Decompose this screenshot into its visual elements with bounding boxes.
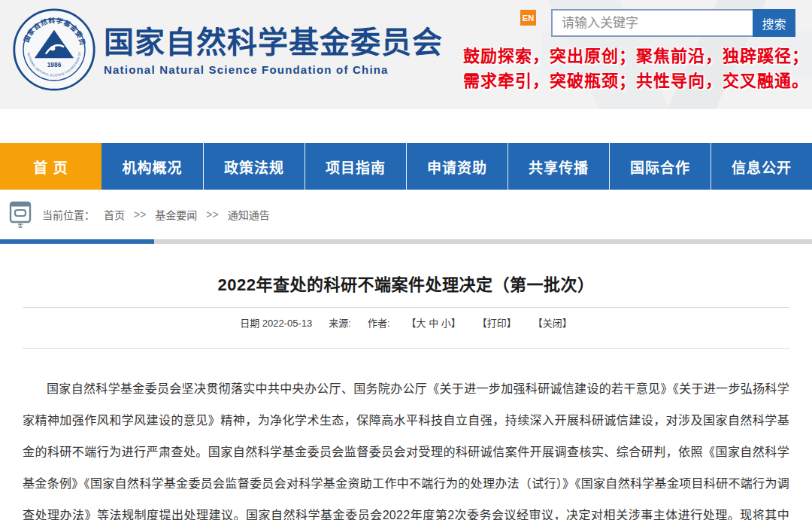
- site-title-cn: 国家自然科学基金委员会: [104, 24, 443, 60]
- site-logo[interactable]: 国家自然科学基金委员会 NATIONAL NATURAL SCIENCE FOU…: [12, 8, 443, 92]
- nsfc-seal-icon: 国家自然科学基金委员会 NATIONAL NATURAL SCIENCE FOU…: [12, 8, 96, 92]
- site-header: 国家自然科学基金委员会 NATIONAL NATURAL SCIENCE FOU…: [0, 0, 812, 109]
- nav-item-apply-funding[interactable]: 申请资助: [406, 143, 508, 190]
- breadcrumb-item-notices[interactable]: 通知通告: [228, 207, 270, 222]
- nav-item-info-disclosure[interactable]: 信息公开: [710, 143, 812, 190]
- article-title: 2022年查处的科研不端案件处理决定（第一批次）: [23, 271, 789, 295]
- nav-item-international[interactable]: 国际合作: [609, 143, 710, 190]
- english-version-button[interactable]: EN: [520, 10, 536, 26]
- article-source-label: 来源:: [329, 315, 351, 330]
- article-body-paragraph: 国家自然科学基金委员会坚决贯彻落实中共中央办公厅、国务院办公厅《关于进一步加强科…: [23, 373, 789, 520]
- site-title-en: National Natural Science Foundation of C…: [104, 63, 443, 76]
- search-button[interactable]: 搜索: [753, 9, 795, 37]
- nav-item-home[interactable]: 首 页: [0, 143, 102, 190]
- main-nav: 首 页 机构概况 政策法规 项目指南 申请资助 共享传播 国际合作 信息公开: [0, 143, 812, 190]
- notebook-icon: [9, 201, 32, 228]
- article-meta: 日期 2022-05-13 来源: 作者: 【大 中 小】 【打印】 【关闭】: [23, 308, 789, 336]
- nav-item-organization[interactable]: 机构概况: [102, 143, 203, 190]
- nav-item-policies[interactable]: 政策法规: [203, 143, 304, 190]
- slogan-line-2: 需求牵引，突破瓶颈；共性导向，交叉融通。: [433, 68, 809, 93]
- meta-rule-bottom: [23, 348, 789, 349]
- article-author-label: 作者:: [368, 315, 390, 330]
- breadcrumb-item-fund-news[interactable]: 基金要闻: [155, 207, 197, 222]
- breadcrumb-item-home[interactable]: 首页: [104, 207, 125, 222]
- breadcrumb-separator: >>: [134, 208, 146, 220]
- font-size-control[interactable]: 【大 中 小】: [407, 315, 461, 330]
- svg-text:1986: 1986: [47, 61, 62, 68]
- nav-item-programme-guide[interactable]: 项目指南: [304, 143, 406, 190]
- close-button[interactable]: 【关闭】: [533, 315, 572, 330]
- slogan-banner: 鼓励探索，突出原创；聚焦前沿，独辟蹊径； 需求牵引，突破瓶颈；共性导向，交叉融通…: [433, 44, 809, 93]
- print-button[interactable]: 【打印】: [477, 315, 517, 330]
- article-content: 2022年查处的科研不端案件处理决定（第一批次） 日期 2022-05-13 来…: [0, 244, 812, 520]
- search-input[interactable]: [551, 9, 753, 37]
- article-date: 日期 2022-05-13: [240, 315, 312, 330]
- search-bar: 搜索: [551, 9, 795, 37]
- breadcrumb-label: 当前位置：: [42, 207, 95, 222]
- nav-item-sharing[interactable]: 共享传播: [508, 143, 609, 190]
- breadcrumb-separator: >>: [206, 208, 218, 220]
- slogan-line-1: 鼓励探索，突出原创；聚焦前沿，独辟蹊径；: [433, 44, 809, 68]
- breadcrumb: 当前位置： 首页 >> 基金要闻 >> 通知通告: [0, 190, 812, 239]
